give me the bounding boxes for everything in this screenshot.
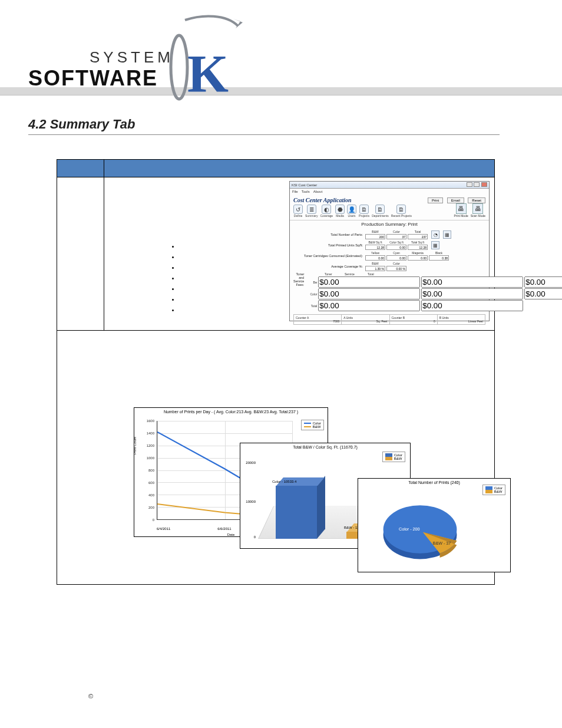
- pie: Color - 200 B&W - 37: [376, 494, 464, 565]
- maximize-icon[interactable]: [474, 182, 480, 187]
- chart-title: Number of Prints per Day - ( Avg. Color:…: [134, 408, 328, 416]
- logo-line1: SYSTEM: [90, 48, 174, 67]
- grid-icon[interactable]: ▦: [443, 230, 451, 239]
- doc-table: KSI Cost Center File Tools About Cost Ce…: [57, 159, 495, 585]
- sqft-total[interactable]: [408, 245, 428, 250]
- tb-recent[interactable]: 🗎Recent Projects: [391, 205, 412, 218]
- tb-media[interactable]: ⬣Media: [335, 205, 345, 218]
- list-icon: ≣: [307, 205, 316, 214]
- svg-text:K: K: [187, 45, 229, 103]
- tb-projects[interactable]: 🗎Projects: [359, 205, 369, 218]
- window-title: KSI Cost Center: [292, 183, 317, 187]
- printer-icon: 🖶: [456, 203, 467, 214]
- document-icon: 🗎: [375, 205, 385, 214]
- y-axis: 1600 1400 1200 1000 800 600 400 200 0: [139, 421, 156, 520]
- app-window: KSI Cost Center File Tools About Cost Ce…: [289, 181, 490, 321]
- tb-departments[interactable]: 🗎Departments: [372, 205, 389, 218]
- counters-row: Counter A7000 A UnitsSq. Feet Counter B0…: [293, 314, 485, 325]
- pie-icon[interactable]: ◔: [431, 230, 439, 239]
- app-subtitle: Production Summary: Print: [290, 220, 489, 229]
- refresh-icon: ↺: [293, 205, 303, 214]
- parts-total[interactable]: [408, 234, 428, 239]
- close-icon[interactable]: [481, 182, 487, 187]
- app-titlebar: KSI Cost Center: [290, 182, 489, 189]
- section-title: 4.2 Summary Tab: [28, 117, 500, 135]
- sqft-bw[interactable]: [365, 245, 385, 250]
- tb-print-mode[interactable]: 🖶Print Mode: [454, 203, 468, 218]
- table-header-row: [57, 160, 494, 177]
- coverage-icon: ◐: [322, 205, 331, 214]
- logo-line2: SOFTWARE: [28, 66, 158, 91]
- email-button[interactable]: Email: [447, 197, 464, 203]
- document-icon: 🗎: [359, 205, 369, 214]
- row-total-printed: Total Printed Units Sq/ft: B&W Sq ft Col…: [290, 240, 489, 251]
- tb-coverage[interactable]: ◐Coverage: [320, 205, 333, 218]
- app-heading: Cost Center Application: [293, 197, 352, 203]
- slice-label-bw: B&W - 37: [433, 541, 451, 546]
- y-axis-label: Print Count: [133, 437, 137, 454]
- row-coverage: Average Coverage %: B&W Color: [290, 261, 489, 272]
- tb-define[interactable]: ↺Define: [293, 205, 303, 218]
- tb-users[interactable]: 👤Users: [347, 205, 356, 218]
- menu-tools[interactable]: Tools: [302, 190, 310, 193]
- document-icon: 🗎: [396, 205, 406, 214]
- tb-summary[interactable]: ≣Summary: [305, 205, 318, 218]
- printer-icon: 🖶: [472, 203, 483, 214]
- row-fees: Toner and Service Fees: Toner Service To…: [290, 272, 489, 312]
- parts-color[interactable]: [386, 234, 406, 239]
- app-toolbar: ↺Define ≣Summary ◐Coverage ⬣Media 👤Users…: [290, 203, 489, 220]
- toner-m[interactable]: [408, 255, 428, 261]
- media-icon: ⬣: [335, 205, 345, 214]
- legend: Color B&W: [482, 485, 505, 495]
- menu-about[interactable]: About: [313, 190, 323, 193]
- row-toner: Toner Cartridges Consumed (Estimated): Y…: [290, 251, 489, 261]
- chart-title: Total B&W / Color Sq. Ft. (11670.7): [240, 443, 410, 451]
- legend: Color B&W: [301, 420, 324, 430]
- chart-pie-prints: Total Number of Prints (240) Color B&W C…: [358, 478, 511, 572]
- legend: Color B&W: [382, 452, 405, 462]
- user-icon: 👤: [347, 205, 356, 214]
- grid-icon[interactable]: ▦: [431, 241, 439, 249]
- svg-point-1: [171, 35, 187, 99]
- app-menubar: File Tools About: [290, 189, 489, 195]
- minimize-icon[interactable]: [467, 182, 472, 187]
- toner-k[interactable]: [429, 255, 449, 261]
- window-buttons: [466, 182, 487, 187]
- reset-button[interactable]: Reset: [468, 197, 485, 203]
- tb-scan-mode[interactable]: 🖶Scan Mode: [471, 203, 485, 218]
- toner-c[interactable]: [386, 255, 406, 261]
- parts-bw[interactable]: [365, 234, 385, 239]
- logo: SYSTEM SOFTWARE K: [14, 14, 232, 97]
- toner-y[interactable]: [365, 255, 385, 261]
- cov-bw[interactable]: [365, 266, 385, 271]
- sqft-color[interactable]: [386, 245, 406, 250]
- logo-k-icon: K: [167, 14, 256, 103]
- menu-file[interactable]: File: [292, 190, 298, 193]
- slice-label-color: Color - 200: [399, 526, 420, 532]
- cov-color[interactable]: [386, 266, 406, 271]
- footer-copyright: ©: [88, 693, 93, 700]
- print-button[interactable]: Print: [428, 197, 443, 203]
- row-total-parts: Total Number of Parts: B&W Color Total ◔…: [290, 229, 489, 240]
